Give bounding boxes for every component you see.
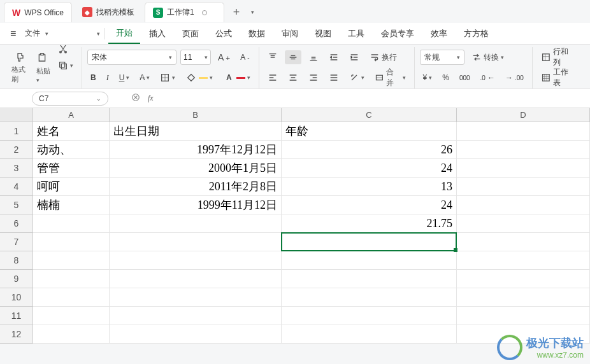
cancel-formula-button[interactable] [127, 93, 144, 104]
tab-page[interactable]: 页面 [175, 24, 206, 43]
font-name-select[interactable]: 宋体▾ [87, 50, 176, 65]
tab-tools[interactable]: 工具 [340, 24, 372, 43]
cell[interactable]: 13 [282, 178, 457, 196]
cell[interactable] [33, 270, 110, 288]
add-tab-button[interactable]: + [227, 6, 247, 19]
tab-data[interactable]: 数据 [241, 24, 273, 43]
cell[interactable]: 26 [282, 141, 457, 159]
orientation-button[interactable]: ▾ [346, 71, 368, 85]
tab-insert[interactable]: 插入 [141, 24, 173, 43]
cell[interactable] [33, 251, 110, 270]
row-header[interactable]: 6 [0, 214, 33, 233]
row-header[interactable]: 11 [0, 307, 33, 325]
tab-vip[interactable]: 会员专享 [373, 24, 422, 43]
cell[interactable]: 2011年2月8日 [110, 178, 282, 196]
cell[interactable] [282, 307, 457, 325]
tab-start[interactable]: 开始 [108, 24, 140, 44]
align-bottom-button[interactable] [305, 50, 322, 64]
fill-color-button[interactable]: ▾ [182, 70, 216, 85]
cell[interactable]: 21.75 [282, 214, 457, 233]
cell[interactable] [457, 288, 590, 307]
row-header[interactable]: 4 [0, 178, 33, 196]
save-button[interactable] [52, 31, 60, 36]
indent-decrease-button[interactable] [326, 50, 342, 64]
row-header[interactable]: 1 [0, 122, 33, 141]
select-all-corner[interactable] [0, 108, 33, 122]
cell[interactable] [457, 196, 590, 214]
app-home-tab[interactable]: W WPS Office [4, 2, 72, 22]
convert-button[interactable]: 转换▾ [468, 50, 507, 65]
tab-extra[interactable]: 方方格 [456, 24, 496, 43]
col-header-B[interactable]: B [110, 108, 282, 122]
row-header[interactable]: 5 [0, 196, 33, 214]
comma-button[interactable]: 000 [456, 73, 473, 83]
row-header[interactable]: 3 [0, 159, 33, 178]
increase-decimal-button[interactable]: →.00 [502, 71, 527, 84]
tab-list-dropdown[interactable]: ▾ [248, 9, 257, 15]
indent-increase-button[interactable] [346, 50, 363, 64]
align-middle-button[interactable] [285, 50, 301, 64]
formula-input[interactable] [157, 89, 584, 108]
preview-button[interactable] [70, 31, 78, 36]
border-button[interactable]: ▾ [157, 71, 178, 85]
cell[interactable] [110, 288, 282, 307]
tab-view[interactable]: 视图 [307, 24, 339, 43]
increase-font-button[interactable]: A+ [215, 50, 233, 64]
redo-button[interactable] [88, 31, 96, 36]
cell[interactable] [282, 325, 457, 344]
cell[interactable] [33, 214, 110, 233]
italic-button[interactable]: I [103, 71, 112, 85]
strikethrough-button[interactable]: A▾ [136, 71, 153, 84]
cell[interactable] [33, 325, 110, 344]
row-header[interactable]: 7 [0, 233, 33, 251]
underline-button[interactable]: U▾ [116, 71, 133, 84]
cut-button[interactable] [55, 42, 76, 56]
tab-formula[interactable]: 公式 [208, 24, 240, 43]
cell[interactable] [457, 233, 590, 251]
cell[interactable] [33, 307, 110, 325]
font-color-button[interactable]: A▾ [220, 70, 254, 85]
number-format-select[interactable]: 常规▾ [420, 50, 464, 65]
cell[interactable]: 呵呵 [33, 178, 110, 196]
cell[interactable]: 2000年1月5日 [110, 159, 282, 178]
col-header-C[interactable]: C [282, 108, 457, 122]
cell[interactable]: 出生日期 [110, 122, 282, 141]
template-tab[interactable]: ◆ 找稻壳模板 [75, 2, 142, 22]
cell[interactable] [33, 288, 110, 307]
undo-button[interactable] [79, 31, 87, 36]
cell[interactable] [110, 270, 282, 288]
cell[interactable]: 1997年12月12日 [110, 141, 282, 159]
cell[interactable]: 年龄 [282, 122, 457, 141]
cell[interactable]: 24 [282, 196, 457, 214]
cell[interactable] [457, 141, 590, 159]
decrease-decimal-button[interactable]: .0← [477, 71, 498, 84]
tab-review[interactable]: 审阅 [274, 24, 306, 43]
cell[interactable] [110, 233, 282, 251]
worksheet-button[interactable]: 工作表 [538, 65, 579, 90]
align-top-button[interactable] [264, 50, 281, 64]
cell[interactable]: 动动、 [33, 141, 110, 159]
align-left-button[interactable] [264, 71, 281, 85]
cell[interactable] [110, 325, 282, 344]
cell[interactable]: 管管 [33, 159, 110, 178]
align-center-button[interactable] [285, 71, 301, 85]
wrap-text-button[interactable]: 换行 [366, 50, 400, 65]
name-box[interactable]: C7 ⌄ [32, 92, 108, 106]
fx-label[interactable]: fx [148, 94, 154, 103]
col-header-A[interactable]: A [33, 108, 110, 122]
cell[interactable] [282, 270, 457, 288]
cell[interactable] [33, 233, 110, 251]
cell[interactable]: 姓名 [33, 122, 110, 141]
print-button[interactable] [61, 31, 69, 36]
cell[interactable] [457, 307, 590, 325]
cell[interactable] [110, 307, 282, 325]
cell[interactable] [282, 233, 457, 251]
row-header[interactable]: 2 [0, 141, 33, 159]
qat-dropdown-icon[interactable]: ▾ [97, 31, 100, 37]
cell[interactable] [282, 251, 457, 270]
bold-button[interactable]: B [87, 71, 99, 84]
justify-button[interactable] [326, 71, 342, 85]
font-size-select[interactable]: 11▾ [180, 50, 211, 65]
decrease-font-button[interactable]: A- [237, 51, 252, 64]
cell[interactable] [457, 122, 590, 141]
